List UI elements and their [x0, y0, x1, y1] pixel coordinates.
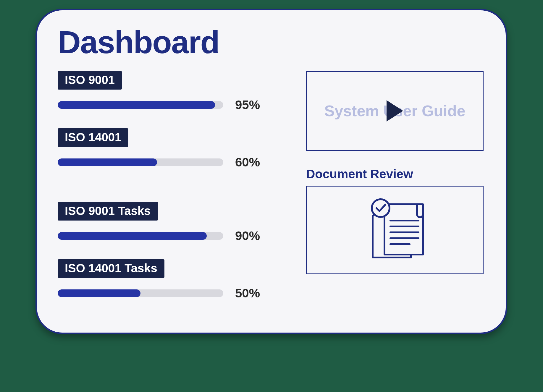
svg-point-6 — [372, 199, 390, 217]
progress-fill — [58, 232, 207, 240]
progress-tag-iso-14001-tasks: ISO 14001 Tasks — [58, 259, 164, 278]
progress-item: ISO 14001 Tasks 50% — [58, 259, 282, 300]
document-review-label: Document Review — [306, 167, 485, 181]
progress-tag-iso-14001: ISO 14001 — [58, 128, 128, 147]
progress-item: ISO 14001 60% — [58, 128, 282, 186]
dashboard-panel: Dashboard ISO 9001 95% ISO 14001 6 — [35, 9, 507, 334]
progress-item: ISO 9001 95% — [58, 71, 282, 112]
progress-track — [58, 232, 223, 240]
progress-fill — [58, 289, 140, 297]
page-title: Dashboard — [58, 24, 485, 61]
progress-percent: 95% — [235, 98, 260, 112]
progress-item: ISO 9001 Tasks 90% — [58, 202, 282, 243]
cards-column: System User Guide Document Review — [306, 71, 485, 300]
progress-percent: 90% — [235, 229, 260, 243]
progress-track — [58, 289, 223, 297]
progress-tag-iso-9001: ISO 9001 — [58, 71, 122, 90]
progress-column: ISO 9001 95% ISO 14001 60% — [58, 71, 282, 300]
progress-percent: 50% — [235, 286, 260, 300]
document-check-icon — [362, 194, 427, 266]
progress-track — [58, 101, 223, 109]
progress-fill — [58, 158, 157, 166]
play-icon — [387, 100, 403, 122]
document-review-card[interactable] — [306, 186, 484, 274]
progress-track — [58, 158, 223, 166]
progress-tag-iso-9001-tasks: ISO 9001 Tasks — [58, 202, 158, 221]
progress-percent: 60% — [235, 155, 260, 169]
video-card-user-guide[interactable]: System User Guide — [306, 71, 484, 151]
progress-fill — [58, 101, 215, 109]
